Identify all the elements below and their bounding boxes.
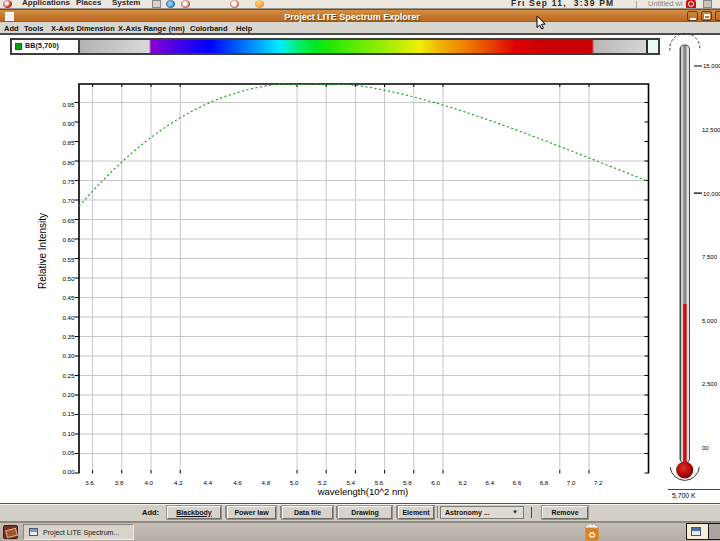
svg-text:0.05: 0.05 (62, 449, 75, 456)
svg-text:0.40: 0.40 (62, 314, 75, 321)
svg-text:15,000: 15,000 (703, 63, 720, 69)
svg-text:6.8: 6.8 (540, 479, 549, 486)
svg-text:5.0: 5.0 (290, 479, 299, 486)
svg-text:6.2: 6.2 (458, 479, 467, 486)
svg-text:0.70: 0.70 (62, 197, 75, 204)
svg-text:0.75: 0.75 (62, 178, 75, 185)
svg-text:0.30: 0.30 (62, 352, 75, 359)
svg-text:6.0: 6.0 (431, 479, 440, 486)
svg-text:10,000: 10,000 (703, 191, 720, 197)
svg-text:4.4: 4.4 (204, 479, 213, 486)
svg-text:0.15: 0.15 (62, 410, 75, 417)
svg-text:6.6: 6.6 (513, 479, 522, 486)
svg-text:6.4: 6.4 (485, 479, 494, 486)
svg-text:4.8: 4.8 (261, 479, 270, 486)
svg-text:0.55: 0.55 (62, 256, 75, 263)
svg-text:5.2: 5.2 (318, 479, 327, 486)
svg-text:0.20: 0.20 (62, 391, 75, 398)
svg-text:wavelength(10^2 nm): wavelength(10^2 nm) (317, 486, 409, 497)
svg-text:0.35: 0.35 (62, 333, 75, 340)
svg-text:3.6: 3.6 (85, 479, 94, 486)
svg-text:5.6: 5.6 (375, 479, 384, 486)
svg-text:0.00: 0.00 (62, 468, 75, 475)
svg-text:5,000: 5,000 (702, 318, 718, 324)
svg-text:7,500: 7,500 (702, 254, 718, 260)
svg-text:♻: ♻ (588, 530, 596, 540)
svg-text:4.2: 4.2 (174, 479, 183, 486)
svg-text:12,500: 12,500 (702, 127, 720, 133)
svg-text:0.85: 0.85 (62, 139, 75, 146)
svg-text:7.2: 7.2 (594, 479, 603, 486)
svg-text:5.8: 5.8 (403, 479, 412, 486)
svg-text:0.60: 0.60 (62, 236, 75, 243)
svg-text:7.0: 7.0 (567, 479, 576, 486)
svg-text:5.4: 5.4 (346, 479, 355, 486)
svg-text:0.90: 0.90 (62, 120, 75, 127)
svg-text:2,500: 2,500 (702, 381, 718, 387)
svg-text:0.80: 0.80 (62, 159, 75, 166)
svg-text:4.6: 4.6 (233, 479, 242, 486)
svg-text:Relative Intensity: Relative Intensity (37, 213, 48, 289)
svg-text:3.8: 3.8 (115, 479, 124, 486)
svg-text:0.45: 0.45 (62, 294, 75, 301)
svg-text:0.25: 0.25 (62, 372, 75, 379)
svg-text:0.65: 0.65 (62, 217, 75, 224)
svg-text:4.0: 4.0 (144, 479, 153, 486)
svg-text:0.95: 0.95 (62, 101, 75, 108)
svg-text:0.10: 0.10 (62, 430, 75, 437)
svg-text:5,700 K: 5,700 K (672, 492, 696, 499)
svg-text:00: 00 (702, 445, 709, 451)
svg-text:0.50: 0.50 (62, 275, 75, 282)
